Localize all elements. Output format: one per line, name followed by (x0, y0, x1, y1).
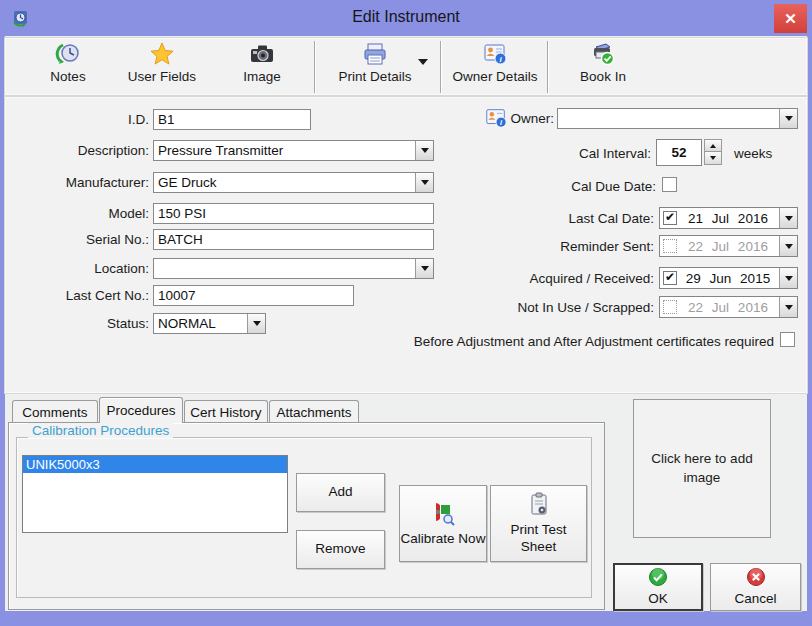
toolbar-separator (547, 41, 549, 93)
window-title: Edit Instrument (0, 8, 812, 26)
remove-button[interactable]: Remove (296, 530, 385, 569)
serial-input[interactable] (153, 229, 434, 250)
owner-details-button[interactable]: i Owner Details (446, 41, 544, 93)
date-checkbox[interactable] (663, 211, 677, 225)
cal-interval-unit: weeks (734, 146, 794, 161)
toolbar: Notes User Fields Image (5, 38, 807, 95)
edit-instrument-dialog: Edit Instrument ✕ Notes User Fields (0, 0, 812, 626)
tab-procedures[interactable]: Procedures (99, 397, 183, 423)
date-checkbox[interactable] (663, 300, 677, 314)
cal-due-date-label: Cal Due Date: (446, 179, 656, 194)
reminder-sent-label: Reminder Sent: (406, 239, 654, 254)
toolbar-separator (314, 41, 316, 93)
chevron-down-icon[interactable] (415, 173, 433, 192)
description-label: Description: (6, 143, 149, 158)
ok-button[interactable]: OK (613, 563, 703, 611)
acquired-received-label: Acquired / Received: (406, 271, 654, 286)
book-in-button[interactable]: Book In (563, 41, 643, 93)
date-checkbox[interactable] (663, 271, 677, 285)
owner-label: Owner: (483, 111, 554, 126)
close-button[interactable]: ✕ (774, 4, 807, 33)
printer-icon (362, 41, 388, 67)
toolbar-separator (440, 41, 442, 93)
add-image-box[interactable]: Click here to add image (633, 399, 771, 538)
ok-check-icon (648, 567, 668, 587)
status-combo[interactable]: NORMAL (153, 313, 266, 334)
cal-interval-value[interactable]: 52 (656, 139, 702, 166)
toolbar-label: Print Details (339, 69, 412, 84)
notes-icon (55, 41, 81, 67)
last-cert-label: Last Cert No.: (6, 288, 149, 303)
chevron-down-icon[interactable] (247, 314, 265, 333)
manufacturer-label: Manufacturer: (6, 175, 149, 190)
owner-combo[interactable] (557, 108, 798, 129)
chevron-down-icon[interactable] (779, 297, 797, 317)
list-item[interactable]: UNIK5000x3 (23, 456, 287, 473)
procedures-listbox[interactable]: UNIK5000x3 (22, 455, 288, 533)
spinner-down-icon[interactable] (704, 152, 722, 165)
image-button[interactable]: Image (224, 41, 300, 93)
model-label: Model: (6, 206, 149, 221)
id-label: I.D. (6, 112, 149, 127)
notes-button[interactable]: Notes (30, 41, 106, 93)
reminder-sent-field[interactable]: 22 Jul 2016 (659, 235, 798, 257)
user-fields-button[interactable]: User Fields (114, 41, 210, 93)
last-cal-date-label: Last Cal Date: (406, 211, 654, 226)
book-in-icon (590, 41, 616, 67)
model-input[interactable] (153, 203, 434, 224)
cal-interval-spinner (704, 139, 722, 165)
chevron-down-icon[interactable] (779, 268, 797, 288)
cancel-x-icon (746, 567, 766, 587)
print-test-sheet-button[interactable]: Print Test Sheet (490, 485, 587, 562)
tab-attachments[interactable]: Attachments (269, 400, 359, 423)
titlebar: Edit Instrument ✕ (0, 0, 812, 36)
close-icon: ✕ (784, 11, 797, 26)
toolbar-label: User Fields (128, 69, 196, 84)
serial-label: Serial No.: (6, 232, 149, 247)
date-checkbox[interactable] (663, 239, 677, 253)
location-combo[interactable] (153, 258, 434, 279)
cancel-button[interactable]: Cancel (710, 563, 801, 611)
print-details-dropdown-arrow[interactable] (418, 59, 428, 65)
print-details-button[interactable]: Print Details (323, 41, 427, 93)
toolbar-label: Image (243, 69, 281, 84)
instrument-form-panel: I.D. Description: Manufacturer: Model: S… (5, 97, 807, 393)
calibrate-icon (428, 500, 458, 528)
calibration-procedures-label: Calibration Procedures (28, 423, 173, 438)
test-sheet-icon (526, 491, 552, 519)
id-input[interactable] (153, 109, 311, 130)
location-label: Location: (6, 261, 149, 276)
toolbar-label: Book In (580, 69, 626, 84)
last-cal-date-field[interactable]: 21 Jul 2016 (659, 207, 798, 229)
last-cert-input[interactable] (153, 285, 354, 306)
manufacturer-combo[interactable]: GE Druck (153, 172, 434, 193)
chevron-down-icon[interactable] (779, 236, 797, 256)
toolbar-label: Notes (50, 69, 85, 84)
acquired-received-field[interactable]: 29 Jun 2015 (659, 267, 798, 289)
star-icon (149, 41, 175, 67)
not-in-use-field[interactable]: 22 Jul 2016 (659, 296, 798, 318)
chevron-down-icon[interactable] (779, 208, 797, 228)
chevron-down-icon[interactable] (779, 109, 797, 128)
chevron-down-icon[interactable] (415, 141, 433, 160)
add-button[interactable]: Add (296, 473, 385, 512)
status-label: Status: (6, 316, 149, 331)
description-combo[interactable]: Pressure Transmitter (153, 140, 434, 161)
spinner-up-icon[interactable] (704, 139, 722, 152)
before-adjustment-label: Before Adjustment and After Adjustment c… (306, 334, 774, 349)
calibrate-now-button[interactable]: Calibrate Now (399, 485, 487, 562)
camera-icon (249, 41, 275, 67)
toolbar-label: Owner Details (453, 69, 538, 84)
tab-cert-history[interactable]: Cert History (184, 400, 268, 423)
cal-interval-label: Cal Interval: (446, 146, 651, 161)
owner-card-icon: i (482, 41, 508, 67)
not-in-use-label: Not In Use / Scrapped: (406, 300, 654, 315)
before-adjustment-checkbox[interactable] (780, 332, 795, 347)
tab-comments[interactable]: Comments (12, 400, 98, 423)
cal-due-date-checkbox[interactable] (662, 177, 677, 192)
